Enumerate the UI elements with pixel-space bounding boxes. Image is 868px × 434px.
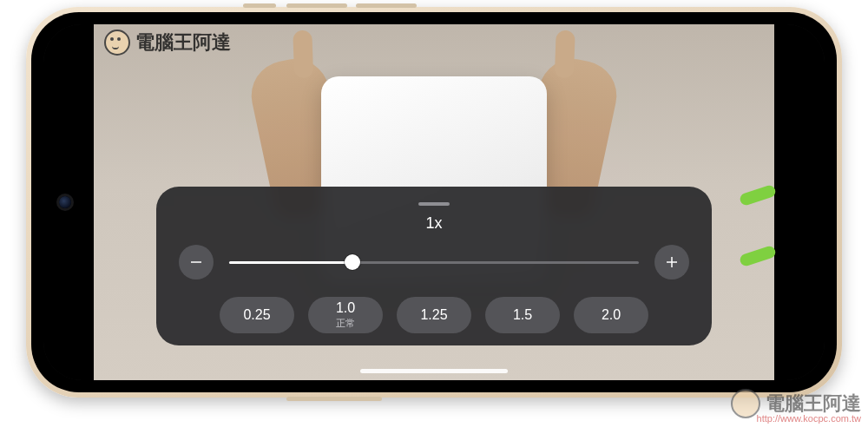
watermark-bottom-right: 電腦王阿達 http://www.kocpc.com.tw (731, 389, 861, 418)
power-button (286, 397, 382, 401)
iphone-frame: 電腦王阿達 1x (26, 7, 842, 398)
preset-label: 2.0 (602, 307, 621, 323)
watermark-text: 電腦王阿達 (135, 30, 231, 56)
preset-label: 1.5 (513, 307, 532, 323)
pillarbox-right (774, 24, 825, 380)
increase-speed-button[interactable] (654, 245, 689, 279)
watermark-url: http://www.kocpc.com.tw (757, 413, 861, 424)
speed-preset-1-5[interactable]: 1.5 (485, 297, 560, 333)
speed-presets: 0.25 1.0正常 1.25 1.5 2.0 (179, 297, 689, 333)
preset-label: 1.0 (336, 300, 355, 316)
current-speed-label: 1x (179, 214, 689, 233)
mascot-icon (104, 30, 130, 56)
speed-preset-2-0[interactable]: 2.0 (574, 297, 648, 333)
speed-preset-1-25[interactable]: 1.25 (397, 297, 471, 333)
speed-slider-thumb[interactable] (345, 254, 360, 270)
front-camera-icon (59, 196, 71, 208)
speed-slider[interactable] (229, 261, 639, 264)
speed-slider-row (179, 245, 689, 279)
preset-label: 1.25 (420, 307, 447, 323)
side-button (243, 3, 276, 8)
svg-rect-2 (671, 257, 673, 267)
svg-rect-0 (191, 261, 201, 263)
playback-speed-sheet[interactable]: 1x 0.25 1.0正常 1.25 (156, 187, 712, 345)
volume-up-button (286, 3, 347, 8)
dynamic-island (50, 155, 80, 250)
minus-icon (188, 254, 204, 270)
plus-icon (664, 254, 680, 270)
screen: 電腦王阿達 1x (43, 24, 825, 380)
speed-preset-0-25[interactable]: 0.25 (220, 297, 294, 333)
table-item (739, 245, 777, 267)
table-item (739, 184, 777, 207)
speed-preset-1-0[interactable]: 1.0正常 (308, 297, 383, 333)
preset-label: 0.25 (243, 307, 270, 323)
speed-slider-fill (229, 261, 352, 264)
sheet-grabber[interactable] (418, 202, 450, 206)
decrease-speed-button[interactable] (179, 245, 214, 279)
preset-sublabel: 正常 (336, 317, 355, 330)
watermark-top-left: 電腦王阿達 (104, 30, 231, 56)
volume-down-button (356, 3, 417, 8)
home-indicator[interactable] (360, 369, 508, 373)
